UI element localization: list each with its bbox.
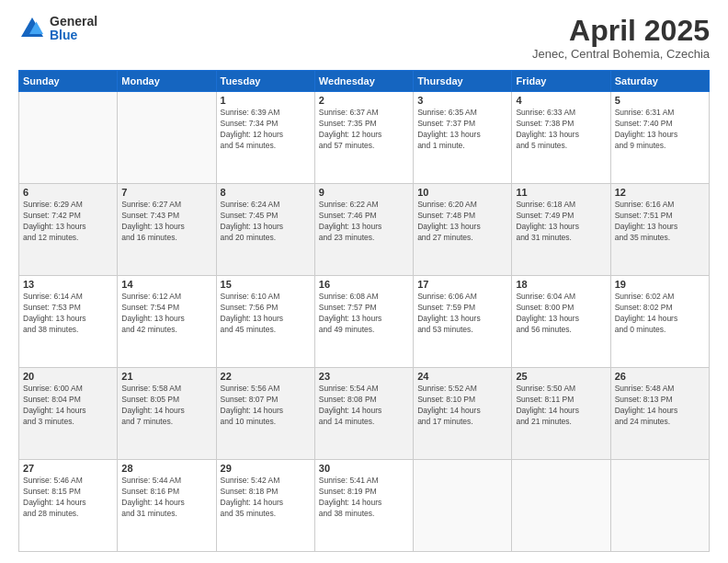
table-row: 9Sunrise: 6:22 AM Sunset: 7:46 PM Daylig… [314,184,413,276]
day-number: 7 [121,187,211,198]
calendar-table: Sunday Monday Tuesday Wednesday Thursday… [18,70,710,552]
day-info: Sunrise: 6:22 AM Sunset: 7:46 PM Dayligh… [319,200,409,244]
day-info: Sunrise: 5:58 AM Sunset: 8:05 PM Dayligh… [121,384,211,428]
table-row: 5Sunrise: 6:31 AM Sunset: 7:40 PM Daylig… [610,92,709,184]
day-number: 27 [23,463,113,474]
day-number: 21 [121,371,211,382]
day-number: 12 [615,187,705,198]
table-row: 25Sunrise: 5:50 AM Sunset: 8:11 PM Dayli… [512,368,610,460]
calendar-week-row: 1Sunrise: 6:39 AM Sunset: 7:34 PM Daylig… [19,92,710,184]
day-number: 28 [121,463,211,474]
day-number: 5 [615,95,705,106]
day-number: 17 [417,279,507,290]
day-info: Sunrise: 6:08 AM Sunset: 7:57 PM Dayligh… [319,292,409,336]
table-row: 1Sunrise: 6:39 AM Sunset: 7:34 PM Daylig… [216,92,314,184]
table-row: 27Sunrise: 5:46 AM Sunset: 8:15 PM Dayli… [19,460,118,552]
day-number: 30 [319,463,409,474]
logo-general: General [50,15,97,29]
month-title: April 2025 [532,15,710,47]
day-info: Sunrise: 6:31 AM Sunset: 7:40 PM Dayligh… [615,108,705,152]
day-number: 9 [319,187,409,198]
calendar-header-row: Sunday Monday Tuesday Wednesday Thursday… [19,71,710,92]
table-row: 2Sunrise: 6:37 AM Sunset: 7:35 PM Daylig… [314,92,413,184]
day-number: 23 [319,371,409,382]
day-info: Sunrise: 6:20 AM Sunset: 7:48 PM Dayligh… [417,200,507,244]
day-info: Sunrise: 5:48 AM Sunset: 8:13 PM Dayligh… [615,384,705,428]
day-info: Sunrise: 5:50 AM Sunset: 8:11 PM Dayligh… [516,384,606,428]
location: Jenec, Central Bohemia, Czechia [532,47,710,61]
day-info: Sunrise: 6:24 AM Sunset: 7:45 PM Dayligh… [221,200,311,244]
table-row: 30Sunrise: 5:41 AM Sunset: 8:19 PM Dayli… [314,460,413,552]
day-info: Sunrise: 6:39 AM Sunset: 7:34 PM Dayligh… [221,108,311,152]
table-row: 18Sunrise: 6:04 AM Sunset: 8:00 PM Dayli… [512,276,610,368]
day-info: Sunrise: 6:14 AM Sunset: 7:53 PM Dayligh… [23,292,113,336]
day-number: 29 [221,463,311,474]
table-row: 11Sunrise: 6:18 AM Sunset: 7:49 PM Dayli… [512,184,610,276]
day-info: Sunrise: 5:56 AM Sunset: 8:07 PM Dayligh… [221,384,311,428]
day-info: Sunrise: 5:54 AM Sunset: 8:08 PM Dayligh… [319,384,409,428]
day-info: Sunrise: 6:35 AM Sunset: 7:37 PM Dayligh… [417,108,507,152]
day-info: Sunrise: 5:42 AM Sunset: 8:18 PM Dayligh… [221,476,311,520]
day-info: Sunrise: 6:10 AM Sunset: 7:56 PM Dayligh… [221,292,311,336]
day-number: 18 [516,279,606,290]
day-number: 8 [221,187,311,198]
logo-blue: Blue [50,29,97,42]
table-row: 29Sunrise: 5:42 AM Sunset: 8:18 PM Dayli… [216,460,314,552]
table-row: 28Sunrise: 5:44 AM Sunset: 8:16 PM Dayli… [118,460,216,552]
day-info: Sunrise: 6:33 AM Sunset: 7:38 PM Dayligh… [516,108,606,152]
day-number: 10 [417,187,507,198]
table-row: 8Sunrise: 6:24 AM Sunset: 7:45 PM Daylig… [216,184,314,276]
page: General Blue April 2025 Jenec, Central B… [0,0,728,563]
day-number: 22 [221,371,311,382]
day-info: Sunrise: 5:52 AM Sunset: 8:10 PM Dayligh… [417,384,507,428]
table-row: 16Sunrise: 6:08 AM Sunset: 7:57 PM Dayli… [314,276,413,368]
day-info: Sunrise: 5:41 AM Sunset: 8:19 PM Dayligh… [319,476,409,520]
day-info: Sunrise: 6:00 AM Sunset: 8:04 PM Dayligh… [23,384,113,428]
col-monday: Monday [118,71,216,92]
table-row: 6Sunrise: 6:29 AM Sunset: 7:42 PM Daylig… [19,184,118,276]
day-number: 4 [516,95,606,106]
col-thursday: Thursday [414,71,512,92]
day-number: 25 [516,371,606,382]
day-number: 24 [417,371,507,382]
day-info: Sunrise: 6:18 AM Sunset: 7:49 PM Dayligh… [516,200,606,244]
table-row [19,92,118,184]
day-info: Sunrise: 5:46 AM Sunset: 8:15 PM Dayligh… [23,476,113,520]
day-number: 11 [516,187,606,198]
table-row: 22Sunrise: 5:56 AM Sunset: 8:07 PM Dayli… [216,368,314,460]
day-info: Sunrise: 6:37 AM Sunset: 7:35 PM Dayligh… [319,108,409,152]
calendar-week-row: 13Sunrise: 6:14 AM Sunset: 7:53 PM Dayli… [19,276,710,368]
table-row: 19Sunrise: 6:02 AM Sunset: 8:02 PM Dayli… [610,276,709,368]
day-number: 14 [121,279,211,290]
table-row: 4Sunrise: 6:33 AM Sunset: 7:38 PM Daylig… [512,92,610,184]
table-row [512,460,610,552]
table-row: 3Sunrise: 6:35 AM Sunset: 7:37 PM Daylig… [414,92,512,184]
header: General Blue April 2025 Jenec, Central B… [18,15,710,61]
table-row: 26Sunrise: 5:48 AM Sunset: 8:13 PM Dayli… [610,368,709,460]
table-row: 21Sunrise: 5:58 AM Sunset: 8:05 PM Dayli… [118,368,216,460]
day-number: 20 [23,371,113,382]
table-row: 24Sunrise: 5:52 AM Sunset: 8:10 PM Dayli… [414,368,512,460]
table-row: 10Sunrise: 6:20 AM Sunset: 7:48 PM Dayli… [414,184,512,276]
day-info: Sunrise: 6:29 AM Sunset: 7:42 PM Dayligh… [23,200,113,244]
table-row: 14Sunrise: 6:12 AM Sunset: 7:54 PM Dayli… [118,276,216,368]
col-wednesday: Wednesday [314,71,413,92]
table-row [118,92,216,184]
calendar-week-row: 6Sunrise: 6:29 AM Sunset: 7:42 PM Daylig… [19,184,710,276]
col-saturday: Saturday [610,71,709,92]
day-number: 3 [417,95,507,106]
day-info: Sunrise: 6:06 AM Sunset: 7:59 PM Dayligh… [417,292,507,336]
col-sunday: Sunday [19,71,118,92]
table-row: 13Sunrise: 6:14 AM Sunset: 7:53 PM Dayli… [19,276,118,368]
day-number: 6 [23,187,113,198]
calendar-week-row: 20Sunrise: 6:00 AM Sunset: 8:04 PM Dayli… [19,368,710,460]
day-info: Sunrise: 6:27 AM Sunset: 7:43 PM Dayligh… [121,200,211,244]
table-row [610,460,709,552]
day-number: 2 [319,95,409,106]
day-info: Sunrise: 6:02 AM Sunset: 8:02 PM Dayligh… [615,292,705,336]
day-number: 16 [319,279,409,290]
col-tuesday: Tuesday [216,71,314,92]
table-row: 23Sunrise: 5:54 AM Sunset: 8:08 PM Dayli… [314,368,413,460]
logo-icon [18,15,46,42]
day-info: Sunrise: 6:04 AM Sunset: 8:00 PM Dayligh… [516,292,606,336]
